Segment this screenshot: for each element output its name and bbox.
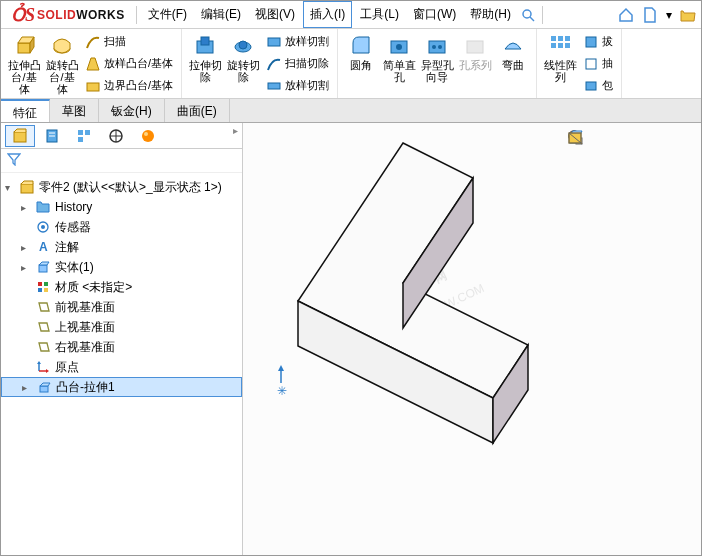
panel-tab-display[interactable] [133, 125, 163, 147]
l-shape-model: ✳ [277, 143, 528, 443]
tree-front-plane[interactable]: 前视基准面 [1, 297, 242, 317]
hole-wizard-button[interactable]: 异型孔向导 [418, 31, 456, 96]
loft-cut-button[interactable]: 放样切割 [262, 31, 333, 53]
tab-features[interactable]: 特征 [1, 99, 50, 122]
tab-sketch[interactable]: 草图 [50, 99, 99, 122]
menu-tools[interactable]: 工具(L) [354, 2, 405, 27]
search-icon[interactable] [519, 6, 537, 24]
menu-window[interactable]: 窗口(W) [407, 2, 462, 27]
tree-solid-bodies[interactable]: ▸ 实体(1) [1, 257, 242, 277]
ribbon-group-pattern: 线性阵列 拔 抽 包 [537, 29, 622, 98]
hole-wizard-label: 异型孔向导 [420, 59, 454, 83]
expand-icon[interactable]: ▸ [21, 202, 31, 213]
tree-annotations[interactable]: ▸ A 注解 [1, 237, 242, 257]
tree-sensors[interactable]: 传感器 [1, 217, 242, 237]
new-file-icon[interactable] [641, 6, 659, 24]
logo-text: SOLIDWORKS [37, 8, 125, 22]
tree-solid-bodies-label: 实体(1) [55, 259, 94, 276]
tree-root[interactable]: ▾ 零件2 (默认<<默认>_显示状态 1>) [1, 177, 242, 197]
svg-rect-19 [565, 36, 570, 41]
tree-top-plane[interactable]: 上视基准面 [1, 317, 242, 337]
tree-history[interactable]: ▸ History [1, 197, 242, 217]
simple-hole-label: 简单直孔 [382, 59, 416, 83]
boundary-button[interactable]: 边界凸台/基体 [81, 74, 177, 96]
tree-sensors-label: 传感器 [55, 219, 91, 236]
shell-c-label: 包 [602, 78, 613, 93]
svg-rect-26 [14, 132, 26, 142]
sweep-button[interactable]: 扫描 [81, 31, 177, 53]
loft-cut2-button[interactable]: 放样切割 [262, 74, 333, 96]
menu-insert[interactable]: 插入(I) [303, 1, 352, 28]
tree-material[interactable]: 材质 <未指定> [1, 277, 242, 297]
dropdown-icon[interactable]: ▾ [665, 6, 673, 24]
sweep-cut-button[interactable]: 扫描切除 [262, 53, 333, 75]
home-icon[interactable] [617, 6, 635, 24]
loft-icon [85, 56, 101, 72]
linear-pattern-button[interactable]: 线性阵列 [541, 31, 579, 96]
shell-c-button[interactable]: 包 [579, 74, 617, 96]
hole-wizard-icon [425, 33, 449, 57]
expand-icon[interactable]: ▸ [22, 382, 32, 393]
tab-surfaces[interactable]: 曲面(E) [165, 99, 230, 122]
filter-icon[interactable] [7, 152, 21, 169]
expand-icon[interactable]: ▸ [21, 242, 31, 253]
svg-marker-50 [46, 369, 49, 373]
revolve-boss-button[interactable]: 旋转凸台/基体 [43, 31, 81, 96]
shell-a-button[interactable]: 拔 [579, 31, 617, 53]
loft-button[interactable]: 放样凸台/基体 [81, 53, 177, 75]
tree-history-label: History [55, 200, 92, 214]
simple-hole-button[interactable]: 简单直孔 [380, 31, 418, 96]
shell-a-label: 拔 [602, 34, 613, 49]
panel-tab-config[interactable] [69, 125, 99, 147]
panel-tab-feature-tree[interactable] [5, 125, 35, 147]
dome-button[interactable]: 弯曲 [494, 31, 532, 96]
plane-icon [35, 299, 51, 315]
svg-rect-44 [44, 282, 48, 286]
tab-sheet-metal[interactable]: 钣金(H) [99, 99, 165, 122]
svg-point-36 [142, 130, 154, 142]
shell-b-button[interactable]: 抽 [579, 53, 617, 75]
svg-line-1 [530, 17, 534, 21]
expand-icon[interactable]: ▸ [21, 262, 31, 273]
revolve-cut-button[interactable]: 旋转切除 [224, 31, 262, 96]
extrude-boss-button[interactable]: 拉伸凸台/基体 [5, 31, 43, 96]
shell-c-icon [583, 77, 599, 93]
origin-icon [35, 359, 51, 375]
ribbon-toolbar: 拉伸凸台/基体 旋转凸台/基体 扫描 放样凸台/基体 [1, 29, 701, 99]
tree-origin-label: 原点 [55, 359, 79, 376]
svg-rect-23 [586, 37, 596, 47]
tree-right-plane-label: 右视基准面 [55, 339, 115, 356]
solid-body-icon [35, 259, 51, 275]
tree-boss-extrude[interactable]: ▸ 凸台-拉伸1 [1, 377, 242, 397]
svg-rect-38 [21, 184, 33, 193]
loft-cut-icon [266, 34, 282, 50]
expand-icon[interactable]: ▾ [5, 182, 15, 193]
ribbon-group-modify: 圆角 简单直孔 异型孔向导 孔系列 弯曲 [338, 29, 537, 98]
extrude-cut-icon [193, 33, 217, 57]
revolve-cut-label: 旋转切除 [226, 59, 260, 83]
menu-help[interactable]: 帮助(H) [464, 2, 517, 27]
hole-series-icon [463, 33, 487, 57]
fillet-label: 圆角 [350, 59, 372, 71]
svg-rect-4 [87, 83, 99, 91]
tree-origin[interactable]: 原点 [1, 357, 242, 377]
menu-file[interactable]: 文件(F) [142, 2, 193, 27]
ribbon-group-boss: 拉伸凸台/基体 旋转凸台/基体 扫描 放样凸台/基体 [1, 29, 182, 98]
panel-collapse-icon[interactable]: ▸ [233, 125, 238, 146]
svg-rect-46 [44, 288, 48, 292]
shell-a-icon [583, 34, 599, 50]
panel-tab-property[interactable] [37, 125, 67, 147]
boundary-icon [85, 77, 101, 93]
extrude-cut-button[interactable]: 拉伸切除 [186, 31, 224, 96]
fillet-button[interactable]: 圆角 [342, 31, 380, 96]
open-icon[interactable] [679, 6, 697, 24]
3d-viewport[interactable]: 软件自学网 WWW.RJZXW.COM [243, 123, 701, 556]
tree-right-plane[interactable]: 右视基准面 [1, 337, 242, 357]
menu-view[interactable]: 视图(V) [249, 2, 301, 27]
svg-point-15 [438, 45, 442, 49]
panel-tab-dimxpert[interactable] [101, 125, 131, 147]
part-icon [19, 179, 35, 195]
simple-hole-icon [387, 33, 411, 57]
menu-edit[interactable]: 编辑(E) [195, 2, 247, 27]
svg-rect-18 [558, 36, 563, 41]
